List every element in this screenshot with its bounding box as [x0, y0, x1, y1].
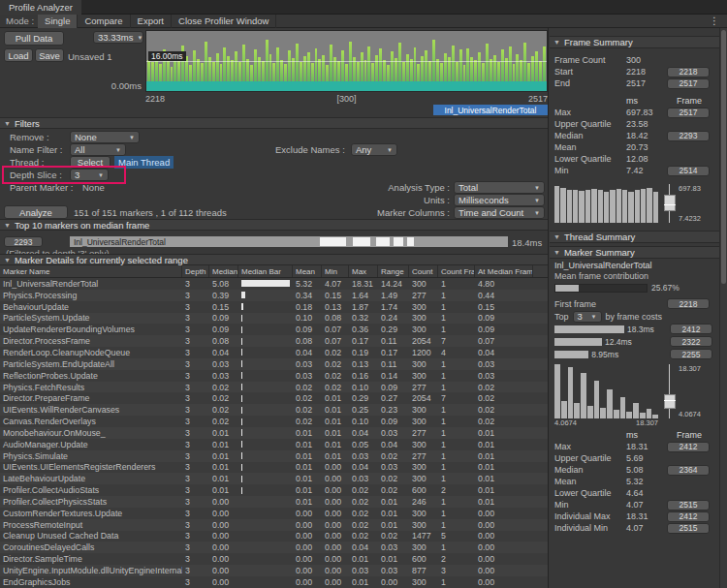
frame-summary-header[interactable]: ▼ Frame Summary — [550, 36, 719, 48]
table-row[interactable]: ReflectionProbes.Update30.030.030.020.16… — [0, 370, 549, 382]
frame-badge[interactable]: 2412 — [670, 324, 712, 334]
frame-time-chart[interactable]: 16.00ms — [145, 30, 548, 92]
analysis-type-dropdown[interactable]: Total▼ — [454, 181, 545, 194]
table-row[interactable]: AudioManager.Update30.010.010.010.050.04… — [0, 439, 549, 450]
top-n-dropdown[interactable]: 3▼ — [573, 311, 602, 323]
exclude-names-dropdown[interactable]: Any▼ — [351, 143, 397, 156]
column-header[interactable]: Median Bar — [238, 265, 293, 277]
save-button[interactable]: Save — [35, 48, 64, 62]
table-row[interactable]: UnityEngine.InputModule.dllUnityEngineIn… — [0, 565, 549, 576]
frame-badge[interactable]: 2515 — [667, 523, 710, 534]
toolbar: Mode : Single Compare Export Close Profi… — [0, 15, 727, 28]
contribution-bar — [554, 284, 648, 293]
tab-profile-analyzer[interactable]: Profile Analyzer — [0, 0, 81, 15]
frame-badge[interactable]: 2364 — [667, 465, 710, 476]
frame-badge[interactable]: 2517 — [667, 78, 710, 89]
vertical-scrollbar[interactable] — [719, 28, 727, 588]
units-dropdown[interactable]: Milliseconds▼ — [454, 194, 545, 206]
table-row[interactable]: ProcessRemoteInput30.000.000.000.020.013… — [0, 519, 549, 531]
table-row[interactable]: LateBehaviourUpdate30.010.010.000.030.02… — [0, 473, 549, 484]
mode-label: Mode : — [0, 15, 38, 26]
table-row[interactable]: Physics.Simulate30.010.010.010.030.02277… — [0, 450, 549, 462]
frame-badge[interactable]: 2514 — [667, 166, 710, 176]
table-row[interactable]: BehaviourUpdate30.150.180.131.871.743001… — [0, 301, 549, 313]
frame-badge[interactable]: 2412 — [667, 442, 710, 452]
frame-badge[interactable]: 2517 — [667, 108, 710, 118]
marker-columns-dropdown[interactable]: Time and Count▼ — [454, 206, 545, 219]
top10-header[interactable]: ▼ Top 10 markers on median frame — [0, 219, 549, 231]
ms-column-label: ms — [626, 430, 667, 440]
table-row[interactable]: Profiler.CollectPhysicsStats30.000.010.0… — [0, 496, 549, 508]
first-frame-badge[interactable]: 2218 — [667, 298, 710, 309]
selected-marker-badge[interactable]: Inl_UniversalRenderTotal — [433, 105, 548, 115]
depth-slice-dropdown[interactable]: 3▼ — [70, 169, 109, 181]
top10-bar-label: Inl_UniversalRenderTotal — [74, 236, 166, 247]
thread-summary-header[interactable]: ▼ Thread Summary — [550, 231, 719, 243]
scrollbar-thumb[interactable] — [721, 30, 726, 284]
column-header[interactable]: Mean — [293, 265, 322, 277]
table-row[interactable]: Physics.Processing30.390.340.151.641.492… — [0, 290, 549, 301]
thread-select-button[interactable]: Select — [70, 156, 111, 169]
top10-bar[interactable]: Inl_UniversalRenderTotal — [70, 236, 508, 247]
summary-row: Start22182218 — [550, 66, 719, 77]
marker-summary-header[interactable]: ▼ Marker Summary — [550, 246, 719, 259]
table-row[interactable]: Inl_UniversalRenderTotal35.085.324.0718.… — [0, 278, 549, 290]
mode-single-button[interactable]: Single — [38, 15, 78, 28]
table-row[interactable]: Director.ProcessFrame30.080.080.070.170.… — [0, 335, 549, 347]
boxplot-max-label: 697.83 — [679, 184, 714, 193]
column-header[interactable]: Count — [409, 265, 438, 277]
table-row[interactable]: CoroutinesDelayedCalls30.000.000.000.040… — [0, 542, 549, 553]
column-header[interactable]: Range — [378, 265, 409, 277]
remove-dropdown[interactable]: None▼ — [70, 131, 140, 143]
marker-line-label: 16.00ms — [148, 51, 186, 61]
table-row[interactable]: EndGraphicsJobs30.000.000.000.010.003001… — [0, 576, 549, 588]
marker-summary-title: Marker Summary — [564, 247, 635, 258]
kebab-menu-icon[interactable]: ⋮ — [702, 15, 727, 26]
table-row[interactable]: RenderLoop.CleanupNodeQueue30.040.040.02… — [0, 347, 549, 358]
table-row[interactable]: Monobehaviour.OnMouse_30.010.010.010.040… — [0, 427, 549, 439]
table-row[interactable]: Profiler.CollectAudioStats30.010.010.000… — [0, 484, 549, 496]
frame-badge[interactable]: 2515 — [667, 500, 710, 511]
table-row[interactable]: Director.SampleTime30.000.000.000.010.01… — [0, 553, 549, 565]
column-header[interactable]: Median — [209, 265, 238, 277]
top10-frame-badge[interactable]: 2293 — [4, 236, 43, 247]
table-row[interactable]: ParticleSystem.EndUpdateAll30.030.030.02… — [0, 358, 549, 370]
column-header[interactable]: Depth — [182, 265, 209, 277]
table-row[interactable]: UIEvents.WillRenderCanvases30.020.020.01… — [0, 404, 549, 416]
analyze-button[interactable]: Analyze — [4, 205, 68, 219]
frame-badge[interactable]: 2293 — [667, 131, 710, 141]
table-row[interactable]: Physics.FetchResults30.020.020.020.100.0… — [0, 382, 549, 393]
foldout-open-icon: ▼ — [553, 249, 560, 256]
scale-dropdown[interactable]: 33.33ms ▼ — [93, 31, 143, 44]
column-header[interactable]: Max — [349, 265, 378, 277]
pull-data-button[interactable]: Pull Data — [4, 31, 64, 46]
table-row[interactable]: Canvas.RenderOverlays30.020.020.010.100.… — [0, 416, 549, 427]
table-row[interactable]: ParticleSystem.Update30.090.100.080.320.… — [0, 313, 549, 325]
table-row[interactable]: CustomRenderTextures.Update30.000.000.00… — [0, 508, 549, 519]
mode-compare-button[interactable]: Compare — [78, 15, 130, 28]
table-row[interactable]: UpdateRendererBoundingVolumes30.090.090.… — [0, 324, 549, 335]
table-row[interactable]: Director.PrepareFrame30.020.020.010.290.… — [0, 392, 549, 404]
frame-badge[interactable]: 2255 — [670, 349, 712, 359]
close-profiler-window-button[interactable]: Close Profiler Window — [172, 15, 276, 28]
column-header[interactable]: Marker Name — [0, 265, 182, 277]
column-header[interactable]: Min — [322, 265, 349, 277]
foldout-open-icon: ▼ — [4, 222, 11, 229]
column-header[interactable]: Count Frame — [438, 265, 475, 277]
frame-badge[interactable]: 2412 — [667, 511, 710, 522]
frame-badge[interactable]: 2322 — [670, 336, 712, 347]
column-header[interactable]: At Median Frame — [475, 265, 533, 277]
name-filter-label: Name Filter : — [10, 144, 62, 155]
marker-details-header[interactable]: ▼ Marker Details for currently selected … — [0, 254, 549, 265]
table-row[interactable]: UIEvents.UIElementsRegisterRenderers30.0… — [0, 462, 549, 474]
filters-header[interactable]: ▼ Filters — [0, 117, 549, 129]
table-row[interactable]: Cleanup Unused Cached Data30.000.000.000… — [0, 531, 549, 542]
marker-summary-name: Inl_UniversalRenderTotal — [550, 259, 719, 270]
load-button[interactable]: Load — [4, 48, 33, 62]
name-filter-dropdown[interactable]: All▼ — [70, 143, 126, 156]
thread-value-chip[interactable]: Main Thread — [114, 156, 174, 169]
summary-row: Min4.072515 — [550, 499, 719, 511]
frame-badge[interactable]: 2218 — [667, 67, 710, 77]
axis-start-label: 2218 — [145, 94, 165, 104]
export-button[interactable]: Export — [131, 15, 172, 28]
